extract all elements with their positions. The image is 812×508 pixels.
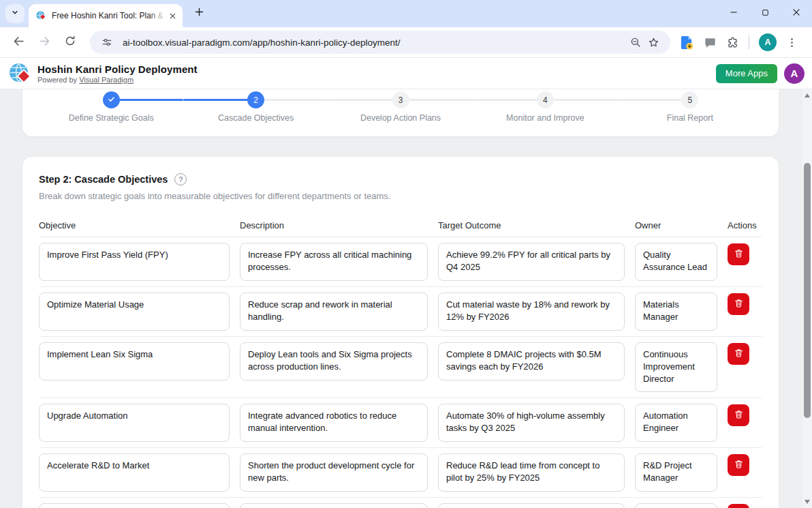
objective-field[interactable]: Improve First Pass Yield (FPY) xyxy=(39,243,230,281)
tab-favicon xyxy=(35,10,46,21)
extensions-puzzle-icon[interactable] xyxy=(726,36,739,49)
objective-field[interactable]: Implement Lean Six Sigma xyxy=(39,342,230,380)
browser-profile-avatar[interactable]: A xyxy=(759,33,777,51)
col-objective: Objective xyxy=(39,220,230,230)
reload-button[interactable] xyxy=(59,31,82,54)
owner-field[interactable]: Quality Assurance Lead xyxy=(635,243,717,281)
forward-button[interactable] xyxy=(33,31,56,54)
page-scrollbar[interactable] xyxy=(802,89,812,508)
description-field[interactable]: Integrate advanced robotics to reduce ma… xyxy=(240,404,428,442)
description-field[interactable]: Deploy Lean tools and Six Sigma projects… xyxy=(240,342,428,380)
owner-field[interactable]: Automation Engineer xyxy=(635,404,717,442)
site-settings-icon[interactable] xyxy=(98,33,116,51)
delete-row-button[interactable] xyxy=(728,454,749,476)
step-final-report[interactable]: 5 Final Report xyxy=(618,91,762,123)
objective-field[interactable] xyxy=(39,503,230,508)
step-cascade-objectives[interactable]: 2 Cascade Objectives xyxy=(183,91,328,123)
feedback-comment-icon[interactable] xyxy=(704,36,717,49)
objective-field[interactable]: Accelerate R&D to Market xyxy=(39,453,230,492)
forward-arrow-icon xyxy=(38,35,51,50)
visual-paradigm-link[interactable]: Visual Paradigm xyxy=(79,76,134,84)
trash-icon xyxy=(734,409,744,421)
step-1-check-circle[interactable] xyxy=(103,91,120,108)
trash-icon xyxy=(734,298,744,310)
maximize-button[interactable] xyxy=(749,0,781,27)
table-row: Accelerate R&D to Market Shorten the pro… xyxy=(39,448,762,498)
target-outcome-field[interactable]: Achieve 99.2% FPY for all critical parts… xyxy=(438,243,625,281)
objective-field[interactable]: Upgrade Automation xyxy=(39,404,230,442)
toolbar-divider xyxy=(749,35,749,49)
delete-row-button[interactable] xyxy=(728,293,749,315)
step-5-number-circle[interactable]: 5 xyxy=(681,91,698,108)
help-icon[interactable]: ? xyxy=(174,173,187,185)
scrollbar-down-arrow[interactable] xyxy=(802,497,812,507)
docs-offline-icon[interactable] xyxy=(680,35,694,50)
description-field[interactable] xyxy=(240,503,428,508)
col-owner: Owner xyxy=(635,220,717,230)
app-header: Hoshin Kanri Policy Deployment Powered b… xyxy=(0,58,812,89)
description-field[interactable]: Increase FPY across all critical machini… xyxy=(240,243,428,281)
tab-search-button[interactable] xyxy=(5,4,25,23)
delete-row-button[interactable] xyxy=(728,343,749,365)
close-icon xyxy=(792,8,801,20)
browser-menu-kebab-icon[interactable] xyxy=(786,37,798,48)
owner-field[interactable]: R&D Project Manager xyxy=(635,453,717,492)
scrollbar-thumb[interactable] xyxy=(804,163,811,418)
step-2-card: Step 2: Cascade Objectives ? Break down … xyxy=(22,157,779,508)
minimize-button[interactable] xyxy=(718,0,749,27)
browser-tab[interactable]: Free Hoshin Kanri Tool: Plan & E xyxy=(29,4,183,27)
delete-row-button[interactable] xyxy=(728,243,749,265)
plus-icon xyxy=(194,7,204,20)
step-define-strategic-goals[interactable]: Define Strategic Goals xyxy=(39,91,183,123)
delete-row-button[interactable] xyxy=(728,504,749,508)
user-avatar[interactable]: A xyxy=(784,63,805,84)
back-button[interactable] xyxy=(7,31,30,54)
step-4-number-circle[interactable]: 4 xyxy=(537,91,554,108)
target-outcome-field[interactable]: Reduce R&D lead time from concept to pil… xyxy=(438,453,625,492)
chevron-down-icon xyxy=(10,8,20,20)
tab-close-button[interactable] xyxy=(166,10,178,22)
col-target-outcome: Target Outcome xyxy=(438,220,625,230)
trash-icon xyxy=(734,248,744,260)
table-row: Optimize Material Usage Reduce scrap and… xyxy=(39,287,762,337)
trash-icon xyxy=(734,348,744,360)
table-header: Objective Description Target Outcome Own… xyxy=(39,220,762,237)
toolbar-right-icons: A xyxy=(680,33,798,51)
target-outcome-field[interactable]: Complete 8 DMAIC projects with $0.5M sav… xyxy=(438,342,625,380)
step-3-number-circle[interactable]: 3 xyxy=(392,91,409,108)
objective-field[interactable]: Optimize Material Usage xyxy=(39,293,230,331)
tab-title: Free Hoshin Kanri Tool: Plan & E xyxy=(52,11,166,20)
owner-field[interactable]: Materials Manager xyxy=(635,293,717,331)
check-icon xyxy=(107,95,116,106)
bookmark-star-icon[interactable] xyxy=(644,33,662,51)
description-field[interactable]: Reduce scrap and rework in material hand… xyxy=(240,293,428,331)
close-window-button[interactable] xyxy=(781,0,812,27)
stepper: Define Strategic Goals 2 Cascade Objecti… xyxy=(39,91,762,123)
more-apps-button[interactable]: More Apps xyxy=(716,64,777,83)
table-row: Implement Lean Six Sigma Deploy Lean too… xyxy=(39,337,762,398)
col-actions: Actions xyxy=(728,220,764,230)
window-controls xyxy=(718,0,812,27)
step-monitor-and-improve[interactable]: 4 Monitor and Improve xyxy=(473,91,617,123)
col-description: Description xyxy=(240,220,428,230)
step-develop-action-plans[interactable]: 3 Develop Action Plans xyxy=(328,91,473,123)
target-outcome-field[interactable]: Cut material waste by 18% and rework by … xyxy=(438,293,625,331)
delete-row-button[interactable] xyxy=(728,404,749,426)
target-outcome-field[interactable] xyxy=(438,503,625,508)
stepper-card: Define Strategic Goals 2 Cascade Objecti… xyxy=(22,89,779,136)
target-outcome-field[interactable]: Automate 30% of high-volume assembly tas… xyxy=(438,404,625,442)
section-title: Step 2: Cascade Objectives xyxy=(39,174,168,185)
scrollbar-up-arrow[interactable] xyxy=(802,91,812,100)
description-field[interactable]: Shorten the product development cycle fo… xyxy=(240,453,428,492)
url-text[interactable]: ai-toolbox.visual-paradigm.com/app/hoshi… xyxy=(123,38,627,48)
address-bar[interactable]: ai-toolbox.visual-paradigm.com/app/hoshi… xyxy=(90,31,670,54)
new-tab-button[interactable] xyxy=(189,3,208,23)
owner-field[interactable] xyxy=(635,503,717,508)
powered-by: Powered by Visual Paradigm xyxy=(37,76,198,84)
section-subtitle: Break down strategic goals into measurab… xyxy=(39,191,762,201)
browser-tab-strip: Free Hoshin Kanri Tool: Plan & E xyxy=(0,0,812,27)
owner-field[interactable]: Continuous Improvement Director xyxy=(635,342,717,392)
zoom-out-icon[interactable] xyxy=(627,33,644,51)
step-2-number-circle[interactable]: 2 xyxy=(247,91,264,108)
minimize-icon xyxy=(729,8,738,20)
